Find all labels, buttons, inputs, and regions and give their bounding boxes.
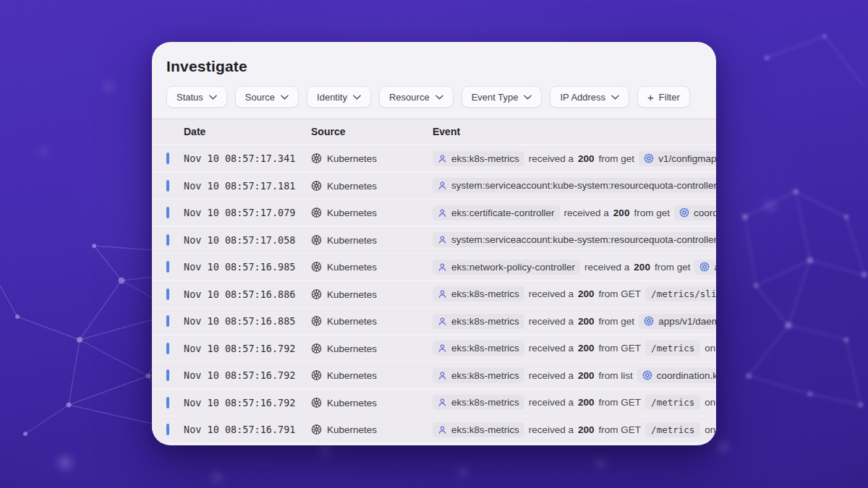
- event-source: Kubernetes: [311, 234, 377, 245]
- chevron-down-icon: [435, 95, 443, 100]
- event-source: Kubernetes: [311, 316, 377, 327]
- kubernetes-icon: [642, 370, 652, 380]
- resource-pill[interactable]: apie: [694, 260, 716, 275]
- filter-bar: StatusSourceIdentityResourceEvent TypeIP…: [166, 86, 716, 108]
- kubernetes-icon: [679, 207, 689, 218]
- person-icon: [438, 235, 447, 244]
- event-description: eks:k8s-metricsreceived a200from listcoo…: [433, 362, 716, 388]
- filter-chip-status[interactable]: Status: [166, 86, 227, 108]
- resource-pill[interactable]: apps/v1/daemons: [639, 314, 716, 329]
- event-description: eks:k8s-metricsreceived a200from getv1/c…: [433, 145, 716, 171]
- identity-pill[interactable]: eks:network-policy-controller: [433, 260, 580, 275]
- method-path-pill[interactable]: /metrics: [645, 341, 700, 356]
- method-path-pill[interactable]: /metrics/slis: [645, 286, 716, 301]
- table-row[interactable]: Nov 10 08:57:16.792Kuberneteseks:k8s-met…: [152, 335, 716, 361]
- table-row[interactable]: Nov 10 08:57:16.886Kuberneteseks:k8s-met…: [152, 281, 716, 307]
- severity-indicator-bar: [166, 315, 169, 327]
- table-row[interactable]: Nov 10 08:57:17.079Kuberneteseks:certifi…: [152, 200, 716, 226]
- source-label: Kubernetes: [327, 207, 377, 218]
- severity-indicator-bar: [166, 234, 169, 246]
- filter-chip-ip-address[interactable]: IP Address: [550, 86, 629, 108]
- column-header-source: Source: [311, 126, 345, 137]
- event-date: Nov 10 08:57:16.792: [184, 343, 295, 354]
- status-code: 200: [578, 316, 595, 327]
- source-label: Kubernetes: [327, 370, 377, 381]
- identity-pill[interactable]: system:serviceaccount:kube-system:resour…: [433, 232, 716, 247]
- person-icon: [438, 317, 447, 326]
- resource-pill[interactable]: coordination.k8s.i: [637, 368, 716, 383]
- filter-chip-label: Resource: [389, 92, 430, 103]
- chevron-down-icon: [524, 95, 532, 100]
- identity-pill[interactable]: eks:k8s-metrics: [433, 422, 524, 437]
- severity-indicator-bar: [166, 397, 169, 408]
- event-description: eks:certificate-controllerreceived a200f…: [433, 200, 716, 226]
- resource-pill[interactable]: v1/configmaps ku: [639, 151, 716, 166]
- event-text: on cluste: [705, 424, 716, 435]
- method-path-pill[interactable]: /metrics: [645, 422, 700, 437]
- table-row[interactable]: Nov 10 08:57:17.058Kubernetessystem:serv…: [152, 227, 716, 253]
- identity-pill[interactable]: eks:k8s-metrics: [433, 341, 524, 356]
- source-label: Kubernetes: [327, 343, 377, 354]
- filter-chip-resource[interactable]: Resource: [379, 86, 454, 108]
- table-row[interactable]: Nov 10 08:57:16.791Kuberneteseks:k8s-met…: [152, 416, 716, 442]
- event-description: system:serviceaccount:kube-system:resour…: [433, 227, 716, 253]
- investigate-panel: Investigate StatusSourceIdentityResource…: [152, 42, 716, 445]
- filter-chip-event-type[interactable]: Event Type: [461, 86, 542, 108]
- status-code: 200: [613, 207, 630, 218]
- identity-pill[interactable]: eks:k8s-metrics: [433, 368, 524, 383]
- pill-label: eks:k8s-metrics: [451, 316, 519, 327]
- event-text: received a: [529, 153, 574, 164]
- pill-label: eks:k8s-metrics: [451, 424, 519, 435]
- page-title: Investigate: [166, 58, 716, 75]
- event-date: Nov 10 08:57:17.341: [184, 153, 295, 164]
- identity-pill[interactable]: eks:k8s-metrics: [433, 151, 524, 166]
- filter-chip-identity[interactable]: Identity: [307, 86, 371, 108]
- filter-chip-label: Status: [176, 92, 203, 103]
- event-date: Nov 10 08:57:17.058: [184, 234, 295, 246]
- identity-pill[interactable]: eks:k8s-metrics: [433, 314, 524, 329]
- identity-pill[interactable]: eks:certificate-controller: [433, 205, 560, 221]
- identity-pill[interactable]: eks:k8s-metrics: [433, 395, 524, 410]
- event-description: eks:k8s-metricsreceived a200from GET/met…: [433, 390, 716, 416]
- table-row[interactable]: Nov 10 08:57:16.985Kuberneteseks:network…: [152, 254, 716, 280]
- event-text: received a: [564, 207, 609, 218]
- resource-pill[interactable]: coordina: [674, 205, 716, 221]
- event-source: Kubernetes: [311, 207, 377, 218]
- event-text: received a: [529, 288, 574, 299]
- table-row[interactable]: Nov 10 08:57:17.181Kubernetessystem:serv…: [152, 173, 716, 199]
- event-text: from list: [599, 370, 633, 381]
- event-source: Kubernetes: [311, 424, 377, 435]
- table-row[interactable]: Nov 10 08:57:16.885Kuberneteseks:k8s-met…: [152, 308, 716, 334]
- add-filter-label: Filter: [659, 92, 680, 103]
- event-text: from get: [634, 207, 670, 218]
- event-source: Kubernetes: [311, 397, 377, 408]
- filter-chip-label: Event Type: [472, 92, 519, 103]
- identity-pill[interactable]: eks:k8s-metrics: [433, 286, 524, 301]
- method-path-pill[interactable]: /metrics: [645, 395, 700, 410]
- table-row[interactable]: Nov 10 08:57:16.792Kuberneteseks:k8s-met…: [152, 390, 716, 416]
- add-filter-button[interactable]: + Filter: [637, 86, 690, 108]
- event-text: from GET: [599, 397, 642, 408]
- event-source: Kubernetes: [311, 288, 377, 299]
- event-date: Nov 10 08:57:16.886: [184, 288, 295, 300]
- kubernetes-icon: [311, 234, 322, 245]
- source-label: Kubernetes: [327, 153, 377, 164]
- event-table-body: Nov 10 08:57:17.341Kuberneteseks:k8s-met…: [152, 145, 716, 442]
- identity-pill[interactable]: system:serviceaccount:kube-system:resour…: [433, 178, 716, 193]
- event-date: Nov 10 08:57:16.885: [184, 315, 295, 327]
- event-source: Kubernetes: [311, 180, 377, 191]
- person-icon: [438, 371, 447, 380]
- event-text: from GET: [599, 288, 642, 299]
- table-row[interactable]: Nov 10 08:57:16.792Kuberneteseks:k8s-met…: [152, 362, 716, 388]
- event-date: Nov 10 08:57:16.985: [184, 261, 295, 273]
- severity-indicator-bar: [166, 153, 169, 164]
- column-header-date: Date: [184, 126, 205, 137]
- event-text: on cluste: [705, 397, 716, 408]
- pill-label: eks:k8s-metrics: [451, 397, 519, 408]
- filter-chip-source[interactable]: Source: [235, 86, 299, 108]
- chevron-down-icon: [281, 95, 289, 100]
- kubernetes-icon: [311, 397, 322, 408]
- table-row[interactable]: Nov 10 08:57:17.341Kuberneteseks:k8s-met…: [152, 145, 716, 171]
- kubernetes-icon: [311, 424, 322, 435]
- event-date: Nov 10 08:57:16.792: [184, 397, 295, 408]
